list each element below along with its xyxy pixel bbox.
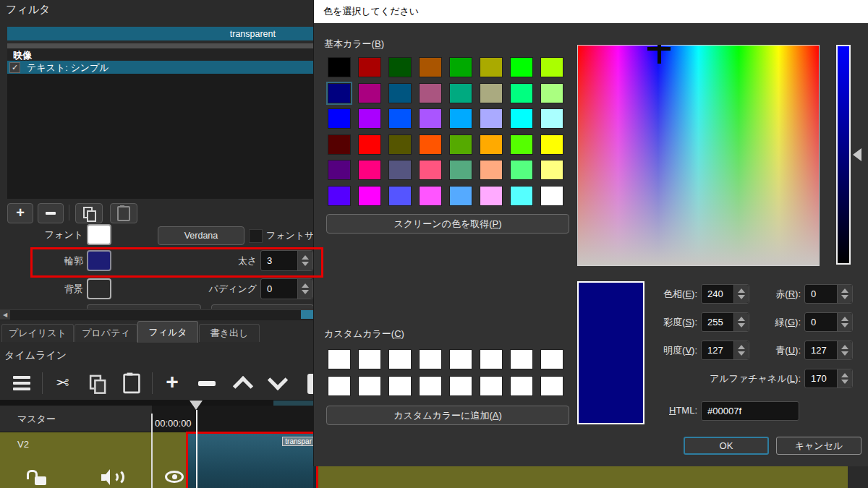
playhead-line[interactable]: [196, 410, 197, 488]
filter-item-row[interactable]: ✓ テキスト: シンプル: [7, 61, 313, 74]
basic-color-swatch[interactable]: [419, 160, 442, 180]
custom-color-swatch[interactable]: [449, 349, 472, 369]
add-filter-button[interactable]: +: [7, 203, 33, 223]
basic-color-swatch[interactable]: [449, 108, 472, 129]
copy-filters-button[interactable]: [75, 203, 103, 223]
timeline-clip-transparent[interactable]: transpar: [186, 432, 318, 488]
custom-color-swatch[interactable]: [419, 349, 442, 369]
custom-color-swatch[interactable]: [328, 376, 351, 396]
basic-color-swatch[interactable]: [388, 108, 412, 129]
tab-playlist[interactable]: プレイリスト: [1, 324, 74, 342]
green-spinbox[interactable]: 0: [804, 312, 853, 332]
preset-bar[interactable]: transparent: [7, 27, 313, 40]
basic-color-swatch[interactable]: [540, 83, 563, 103]
ok-button[interactable]: OK: [684, 437, 769, 455]
playhead-handle[interactable]: [190, 401, 203, 410]
basic-color-swatch[interactable]: [449, 57, 472, 77]
padding-stepper[interactable]: [297, 279, 312, 299]
ripple-delete-button[interactable]: [191, 368, 223, 398]
basic-color-swatch[interactable]: [419, 134, 442, 155]
basic-color-swatch[interactable]: [388, 83, 412, 103]
font-family-button[interactable]: Verdana: [158, 226, 244, 245]
filter-enabled-checkbox[interactable]: ✓: [9, 62, 20, 73]
basic-color-swatch[interactable]: [480, 160, 503, 180]
basic-color-swatch[interactable]: [358, 83, 381, 103]
basic-color-swatch[interactable]: [540, 160, 563, 180]
alpha-spinbox[interactable]: 170: [804, 369, 853, 388]
pick-screen-color-button[interactable]: スクリーンの色を取得(P): [326, 214, 569, 234]
basic-color-swatch[interactable]: [480, 134, 503, 155]
basic-color-swatch[interactable]: [510, 83, 533, 103]
basic-color-swatch[interactable]: [388, 160, 412, 180]
scroll-left-button[interactable]: ◀: [0, 309, 10, 320]
basic-color-swatch[interactable]: [510, 160, 533, 180]
timeline-copy-button[interactable]: [81, 368, 113, 398]
step-up-icon[interactable]: [302, 283, 309, 288]
basic-color-swatch[interactable]: [540, 134, 563, 155]
basic-color-swatch[interactable]: [328, 186, 351, 206]
custom-color-swatch[interactable]: [419, 376, 442, 396]
remove-filter-button[interactable]: [38, 203, 64, 223]
custom-color-swatch[interactable]: [540, 376, 563, 396]
basic-color-swatch[interactable]: [480, 83, 503, 103]
basic-color-swatch[interactable]: [419, 108, 442, 129]
basic-color-swatch[interactable]: [480, 108, 503, 129]
basic-color-swatch[interactable]: [419, 83, 442, 103]
basic-color-swatch[interactable]: [358, 57, 381, 77]
basic-color-swatch[interactable]: [358, 134, 381, 155]
tab-filters[interactable]: フィルタ: [137, 321, 198, 343]
basic-color-swatch[interactable]: [540, 108, 563, 129]
basic-color-swatch[interactable]: [328, 108, 351, 129]
custom-color-swatch[interactable]: [480, 349, 503, 369]
basic-color-swatch[interactable]: [510, 186, 533, 206]
html-input[interactable]: #00007f: [701, 401, 799, 421]
basic-color-swatch[interactable]: [510, 108, 533, 129]
background-color-swatch[interactable]: [87, 278, 111, 299]
basic-color-swatch[interactable]: [328, 134, 351, 155]
basic-color-swatch[interactable]: [388, 186, 412, 206]
custom-color-swatch[interactable]: [510, 349, 533, 369]
basic-color-swatch[interactable]: [480, 186, 503, 206]
basic-color-swatch[interactable]: [328, 83, 351, 103]
lift-button[interactable]: [227, 368, 259, 398]
custom-color-swatch[interactable]: [388, 349, 412, 369]
basic-color-swatch[interactable]: [388, 57, 412, 77]
cut-button[interactable]: ✂: [46, 368, 78, 398]
basic-color-swatch[interactable]: [510, 57, 533, 77]
green-stepper[interactable]: [837, 313, 852, 331]
value-slider[interactable]: [836, 45, 851, 265]
custom-color-swatch[interactable]: [540, 349, 563, 369]
blue-stepper[interactable]: [837, 341, 852, 359]
overwrite-button[interactable]: [262, 368, 294, 398]
basic-color-swatch[interactable]: [480, 57, 503, 77]
font-color-swatch[interactable]: [87, 224, 111, 245]
basic-color-swatch[interactable]: [540, 186, 563, 206]
custom-color-swatch[interactable]: [328, 349, 351, 369]
hue-saturation-picker[interactable]: [577, 45, 820, 266]
basic-color-swatch[interactable]: [419, 57, 442, 77]
timeline-ruler[interactable]: 00:00:00: [152, 406, 313, 432]
red-spinbox[interactable]: 0: [804, 284, 853, 304]
basic-color-swatch[interactable]: [449, 186, 472, 206]
scrollbar-handle[interactable]: [301, 310, 313, 319]
eye-icon[interactable]: [165, 471, 184, 483]
basic-color-swatch[interactable]: [449, 160, 472, 180]
cancel-button[interactable]: キャンセル: [776, 437, 861, 455]
picker-crosshair-icon[interactable]: [658, 45, 661, 64]
panel-scrollbar[interactable]: [0, 309, 313, 320]
master-track-head[interactable]: マスター: [0, 406, 152, 432]
basic-color-swatch[interactable]: [540, 57, 563, 77]
step-down-icon[interactable]: [302, 290, 309, 294]
basic-color-swatch[interactable]: [328, 160, 351, 180]
basic-color-swatch[interactable]: [449, 134, 472, 155]
blue-spinbox[interactable]: 127: [804, 341, 853, 360]
basic-color-swatch[interactable]: [510, 134, 533, 155]
padding-spinbox[interactable]: 0: [260, 278, 313, 299]
custom-color-swatch[interactable]: [510, 376, 533, 396]
basic-color-swatch[interactable]: [449, 83, 472, 103]
filter-list[interactable]: 映像 ✓ テキスト: シンプル: [7, 43, 313, 199]
basic-color-swatch[interactable]: [358, 108, 381, 129]
red-stepper[interactable]: [837, 285, 852, 303]
custom-color-swatch[interactable]: [358, 376, 381, 396]
custom-color-swatch[interactable]: [358, 349, 381, 369]
